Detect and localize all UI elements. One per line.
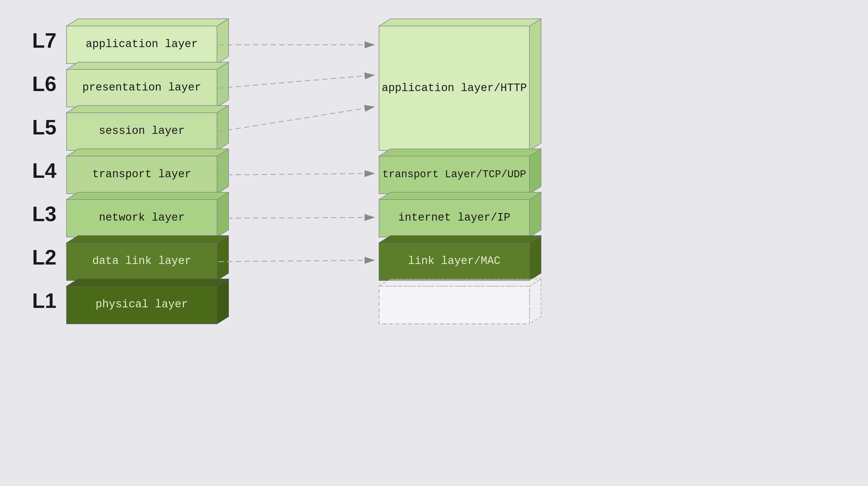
l5-right xyxy=(217,105,228,150)
l3-top xyxy=(66,192,228,199)
l1-text: physical layer xyxy=(95,298,188,311)
l4-text: transport layer xyxy=(92,168,191,181)
l3-right xyxy=(217,192,228,237)
l5-text: session layer xyxy=(99,125,185,137)
label-l4: L4 xyxy=(32,159,56,182)
r-transport-top xyxy=(379,149,541,156)
l7-top xyxy=(66,19,228,26)
label-l6: L6 xyxy=(32,72,56,95)
r-app-top xyxy=(379,19,541,26)
l2-text: data link layer xyxy=(92,255,191,267)
r-link-top xyxy=(379,236,541,243)
l5-top xyxy=(66,105,228,113)
l7-right xyxy=(217,19,228,64)
r-internet-top xyxy=(379,192,541,199)
l6-right xyxy=(217,62,228,107)
label-l5: L5 xyxy=(32,116,56,139)
l2-top xyxy=(66,236,228,243)
l6-top xyxy=(66,62,228,69)
l3-text: network layer xyxy=(99,212,185,224)
l1-top xyxy=(66,279,228,286)
r-physical-right xyxy=(529,279,541,324)
r-physical-top xyxy=(379,279,541,286)
l7-text: application layer xyxy=(86,38,198,50)
l4-top xyxy=(66,149,228,156)
r-link-right xyxy=(529,236,541,281)
r-link-text: link layer/MAC xyxy=(408,255,500,267)
label-l3: L3 xyxy=(32,202,56,226)
r-transport-text: transport Layer/TCP/UDP xyxy=(382,168,526,181)
r-physical-front xyxy=(379,286,529,324)
r-internet-right xyxy=(529,192,541,237)
r-app-text: application layer/HTTP xyxy=(382,82,527,94)
r-app-right xyxy=(529,19,541,150)
r-internet-text: internet layer/IP xyxy=(398,212,510,224)
label-l1: L1 xyxy=(32,289,56,312)
l6-text: presentation layer xyxy=(83,81,201,94)
label-l2: L2 xyxy=(32,246,56,269)
r-transport-right xyxy=(529,149,541,194)
l1-right xyxy=(217,279,228,324)
label-l7: L7 xyxy=(32,29,56,52)
l2-right xyxy=(217,236,228,281)
l4-right xyxy=(217,149,228,194)
